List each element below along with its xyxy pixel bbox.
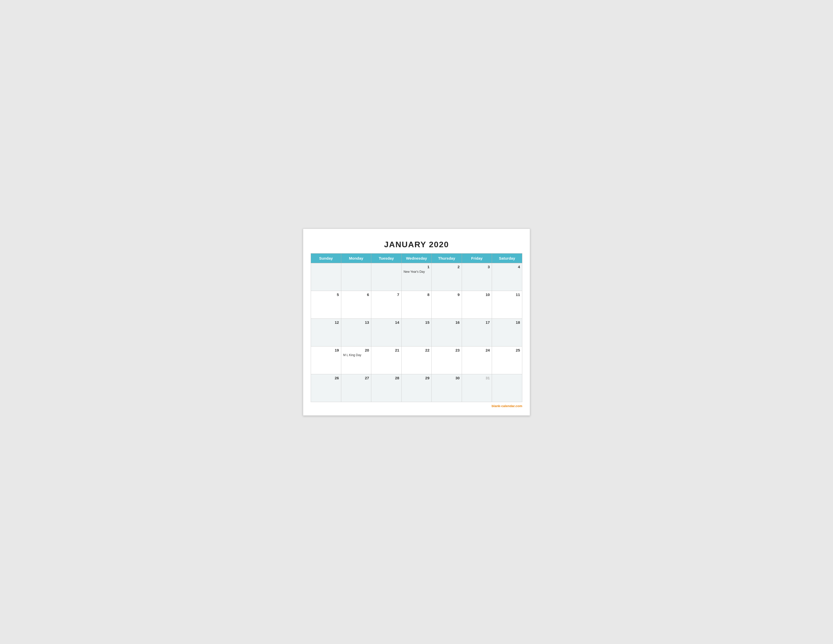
day-cell: 18 [492,319,522,346]
day-cell: 17 [462,319,492,346]
day-number: 16 [434,320,460,325]
day-cell: 26 [311,374,341,402]
day-number: 24 [464,348,490,352]
day-number: 25 [494,348,520,352]
footer-link[interactable]: blank-calendar.com [311,404,522,408]
day-cell: 5 [311,291,341,319]
day-cell: 14 [371,319,402,346]
day-number: 2 [434,265,460,269]
day-number: 27 [343,376,369,380]
day-cell: 8 [401,291,432,319]
day-cell: 20M L King Day [341,346,371,374]
day-cell: 24 [462,346,492,374]
day-cell [492,374,522,402]
day-cell: 28 [371,374,402,402]
header-cell-friday: Friday [462,253,492,263]
day-cell: 30 [432,374,462,402]
day-number: 21 [373,348,399,352]
day-number: 9 [434,293,460,297]
day-number: 15 [404,320,429,325]
header-cell-monday: Monday [341,253,371,263]
day-number: 4 [494,265,520,269]
day-cell [341,263,371,291]
day-number: 13 [343,320,369,325]
header-cell-tuesday: Tuesday [371,253,402,263]
day-cell [311,263,341,291]
day-cell: 22 [401,346,432,374]
day-cell: 9 [432,291,462,319]
day-number: 14 [373,320,399,325]
day-cell: 13 [341,319,371,346]
day-number: 1 [404,265,429,269]
day-cell: 23 [432,346,462,374]
event-label: New Year's Day [404,270,429,274]
day-cell: 3 [462,263,492,291]
week-row: 1920M L King Day2122232425 [311,346,522,374]
day-cell: 31 [462,374,492,402]
day-cell: 21 [371,346,402,374]
day-cell: 27 [341,374,371,402]
day-number: 18 [494,320,520,325]
day-cell [371,263,402,291]
day-number: 26 [313,376,339,380]
day-number: 28 [373,376,399,380]
day-cell: 1New Year's Day [401,263,432,291]
week-row: 12131415161718 [311,319,522,346]
calendar-body: 1New Year's Day2345678910111213141516171… [311,263,522,402]
day-number: 17 [464,320,490,325]
header-cell-thursday: Thursday [432,253,462,263]
header-cell-sunday: Sunday [311,253,341,263]
day-cell: 19 [311,346,341,374]
day-number: 6 [343,293,369,297]
calendar-page: JANUARY 2020 SundayMondayTuesdayWednesda… [303,229,530,416]
week-row: 567891011 [311,291,522,319]
day-cell: 25 [492,346,522,374]
day-number: 5 [313,293,339,297]
calendar-table: SundayMondayTuesdayWednesdayThursdayFrid… [311,253,522,402]
day-cell: 16 [432,319,462,346]
day-number: 12 [313,320,339,325]
day-number: 7 [373,293,399,297]
event-label: M L King Day [343,353,369,357]
day-cell: 12 [311,319,341,346]
day-cell: 4 [492,263,522,291]
day-number: 19 [313,348,339,352]
day-cell: 2 [432,263,462,291]
day-number: 31 [464,376,490,380]
header-cell-saturday: Saturday [492,253,522,263]
calendar-title: JANUARY 2020 [311,237,522,253]
day-number: 10 [464,293,490,297]
day-cell: 7 [371,291,402,319]
day-number: 22 [404,348,429,352]
day-cell: 6 [341,291,371,319]
day-number: 20 [343,348,369,352]
week-row: 262728293031 [311,374,522,402]
week-row: 1New Year's Day234 [311,263,522,291]
day-number: 29 [404,376,429,380]
day-number: 11 [494,293,520,297]
day-cell: 15 [401,319,432,346]
day-cell: 10 [462,291,492,319]
day-number: 30 [434,376,460,380]
day-number: 3 [464,265,490,269]
day-cell: 29 [401,374,432,402]
day-number: 8 [404,293,429,297]
day-number: 23 [434,348,460,352]
header-row: SundayMondayTuesdayWednesdayThursdayFrid… [311,253,522,263]
day-cell: 11 [492,291,522,319]
header-cell-wednesday: Wednesday [401,253,432,263]
